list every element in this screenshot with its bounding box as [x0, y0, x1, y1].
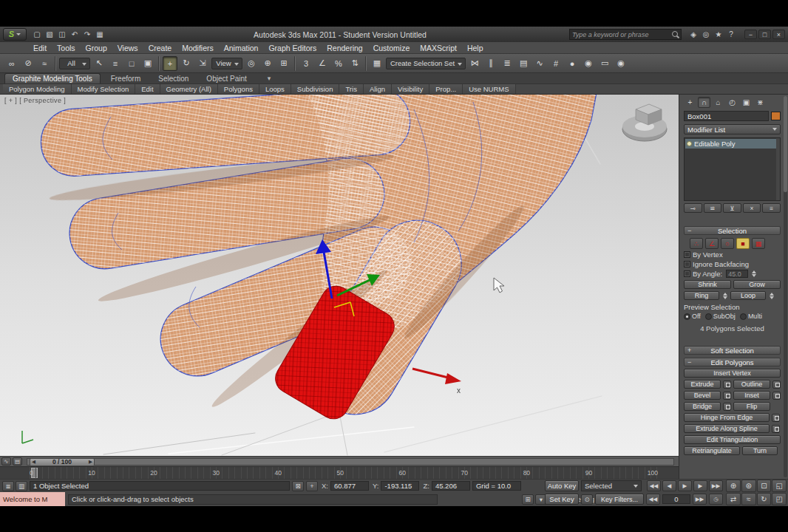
hinge-from-edge-button[interactable]: Hinge From Edge — [684, 413, 770, 422]
menu-help[interactable]: Help — [462, 44, 489, 52]
object-name-field[interactable]: Box001 — [684, 111, 769, 121]
outline-settings-button[interactable] — [772, 381, 781, 389]
redo-icon[interactable]: ↷ — [81, 29, 93, 40]
ribbon-panel-polygon-modeling[interactable]: Polygon Modeling — [3, 84, 72, 94]
menu-animation[interactable]: Animation — [219, 44, 264, 52]
menu-rendering[interactable]: Rendering — [322, 44, 367, 52]
maxscript-mini-listener[interactable]: Welcome to M — [0, 492, 65, 506]
utilities-tab-icon[interactable]: ⋇ — [754, 97, 767, 108]
schematic-view-icon[interactable]: # — [548, 56, 563, 71]
status-panel-toggle-icon[interactable]: ▥ — [16, 481, 27, 491]
next-frame-button[interactable]: ▶ — [693, 480, 707, 491]
time-tag-icon[interactable]: ⊞ — [522, 494, 534, 505]
loop-button[interactable]: Loop — [730, 291, 766, 300]
extrude-button[interactable]: Extrude — [684, 380, 721, 389]
unlink-selection-icon[interactable]: ⊘ — [21, 56, 35, 71]
angle-snap-toggle-icon[interactable]: ∠ — [315, 56, 330, 71]
render-setup-icon[interactable]: ◉ — [581, 56, 596, 71]
hinge-settings-button[interactable] — [772, 414, 780, 422]
ribbon-panel-properties[interactable]: Prop... — [429, 84, 463, 94]
open-file-icon[interactable]: ▧ — [44, 29, 55, 40]
zoom-region-button[interactable]: ◱ — [772, 480, 787, 492]
favorites-icon[interactable]: ★ — [713, 29, 724, 40]
curve-editor-icon[interactable]: ∿ — [532, 56, 547, 71]
menu-group[interactable]: Group — [81, 44, 112, 52]
search-input[interactable] — [570, 30, 668, 39]
reference-coordinate-system-dropdown[interactable]: View — [211, 58, 242, 69]
edge-mode-icon[interactable]: ∠ — [705, 238, 719, 249]
ribbon-panel-polygons[interactable]: Polygons — [218, 84, 259, 94]
tab-object-paint[interactable]: Object Paint — [199, 74, 254, 83]
key-step-forward-button[interactable]: ▶▶ — [693, 494, 707, 505]
remove-modifier-icon[interactable]: × — [743, 203, 761, 213]
stack-scrollbar[interactable] — [776, 138, 780, 200]
ignore-backfacing-checkbox[interactable]: Ignore Backfacing — [684, 260, 781, 268]
menu-views[interactable]: Views — [112, 44, 143, 52]
modify-tab-icon[interactable]: ∩ — [698, 97, 710, 108]
ribbon-panel-subdivision[interactable]: Subdivision — [291, 84, 340, 94]
time-slider-handle[interactable]: ◀ 0 / 100 ▶ — [30, 458, 95, 466]
ribbon-minimize-icon[interactable]: ▾ — [268, 75, 271, 82]
new-scene-icon[interactable]: ▢ — [31, 29, 43, 40]
extrude-along-spline-button[interactable]: Extrude Along Spline — [684, 424, 770, 433]
application-menu-button[interactable]: S — [3, 28, 27, 41]
tab-graphite-modeling-tools[interactable]: Graphite Modeling Tools — [4, 73, 101, 83]
selection-filter-dropdown[interactable]: All — [59, 58, 90, 69]
viewport-canvas[interactable]: x — [0, 95, 679, 456]
shrink-button[interactable]: Shrink — [684, 280, 731, 289]
search-icon[interactable] — [672, 31, 678, 37]
align-icon[interactable]: ∥ — [483, 56, 498, 71]
use-pivot-point-center-icon[interactable]: ◎ — [244, 56, 259, 71]
rollout-header-edit-polygons[interactable]: − Edit Polygons — [684, 358, 781, 366]
ribbon-panel-geometry-all[interactable]: Geometry (All) — [160, 84, 218, 94]
menu-edit[interactable]: Edit — [28, 44, 52, 52]
flip-button[interactable]: Flip — [733, 402, 770, 411]
hierarchy-tab-icon[interactable]: ⌂ — [712, 97, 724, 108]
select-and-scale-icon[interactable]: ⇲ — [195, 56, 210, 71]
snaps-toggle-icon[interactable]: 3 — [299, 56, 313, 71]
preview-off-radio[interactable]: Off — [684, 313, 701, 320]
show-end-result-icon[interactable]: ≌ — [704, 203, 722, 213]
angle-spinner[interactable] — [750, 270, 757, 278]
select-and-manipulate-icon[interactable]: ⊕ — [260, 56, 275, 71]
save-file-icon[interactable]: ◫ — [56, 29, 68, 40]
go-to-start-button[interactable]: ◀◀ — [647, 480, 661, 491]
scrollbar-thumb[interactable] — [784, 96, 787, 192]
pan-view-button[interactable]: ⇄ — [726, 493, 741, 505]
menu-graph-editors[interactable]: Graph Editors — [263, 44, 322, 52]
ring-button[interactable]: Ring — [684, 291, 719, 300]
ribbon-panel-edit[interactable]: Edit — [135, 84, 160, 94]
modifier-list-dropdown[interactable]: Modifier List — [684, 124, 781, 134]
perspective-viewport[interactable]: x [ + ] [ Perspective — [0, 95, 679, 456]
undo-icon[interactable]: ↶ — [69, 29, 81, 40]
border-mode-icon[interactable]: ○ — [721, 238, 734, 249]
ring-spinner[interactable] — [721, 292, 728, 300]
selection-lock-icon[interactable]: ⊠ — [292, 481, 304, 491]
object-color-swatch[interactable] — [771, 112, 781, 120]
edit-named-selection-sets-icon[interactable]: ▦ — [370, 56, 384, 71]
help-icon[interactable]: ? — [725, 29, 737, 40]
track-bar[interactable]: 0102030405060708090100 — [0, 466, 679, 479]
walk-through-button[interactable]: ≈ — [741, 493, 756, 505]
render-production-icon[interactable]: ◉ — [614, 56, 628, 71]
previous-frame-button[interactable]: ◀ — [662, 480, 676, 491]
select-and-rotate-icon[interactable]: ↻ — [179, 56, 194, 71]
open-mini-curve-editor-button[interactable]: ∿ — [1, 457, 11, 466]
key-mode-dropdown[interactable]: Selected — [581, 480, 642, 491]
select-and-link-icon[interactable]: ∞ — [4, 56, 19, 71]
x-coordinate-field[interactable]: 60.877 — [330, 481, 369, 491]
element-mode-icon[interactable]: ▦ — [752, 238, 765, 249]
maxscript-listener-toggle-icon[interactable]: ≣ — [2, 481, 14, 491]
extrude-along-spline-settings-button[interactable] — [772, 425, 780, 433]
menu-create[interactable]: Create — [143, 44, 177, 52]
make-unique-icon[interactable]: ⊻ — [723, 203, 741, 213]
orbit-button[interactable]: ↻ — [757, 493, 772, 505]
tab-selection[interactable]: Selection — [151, 74, 196, 83]
visibility-bulb-icon[interactable] — [687, 141, 692, 146]
create-tab-icon[interactable]: + — [684, 97, 696, 108]
configure-modifier-sets-icon[interactable]: ≡ — [762, 203, 781, 213]
select-and-move-icon[interactable]: + — [163, 56, 177, 71]
bind-to-space-warp-icon[interactable]: ≈ — [37, 56, 52, 71]
go-to-end-button[interactable]: ▶▶ — [709, 480, 723, 491]
rendered-frame-window-icon[interactable]: ▭ — [597, 56, 612, 71]
